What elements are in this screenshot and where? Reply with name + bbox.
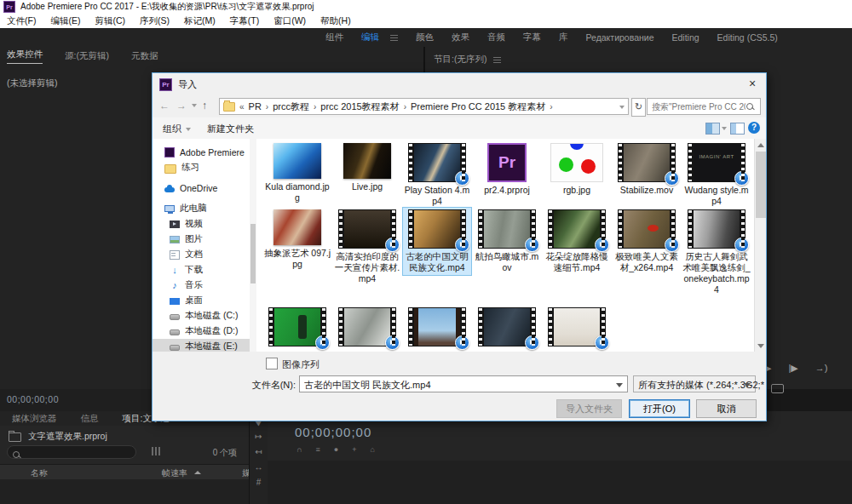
- breadcrumb-segment-2015[interactable]: prcc 2015教程素材: [320, 100, 399, 113]
- video-thumbnail[interactable]: [548, 307, 606, 346]
- breadcrumb-segment-current[interactable]: Premiere Pro CC 2015 教程素材: [411, 100, 545, 113]
- file-list-scrollbar[interactable]: [754, 139, 766, 352]
- video-thumbnail[interactable]: [408, 307, 466, 346]
- image-sequence-checkbox[interactable]: [266, 358, 278, 369]
- project-search-input[interactable]: [7, 445, 136, 459]
- sidebar-scrollbar[interactable]: [250, 139, 256, 352]
- nest-icon[interactable]: +: [352, 445, 356, 454]
- workspace-tab-effects[interactable]: 效果: [452, 32, 469, 43]
- workspace-menu-icon[interactable]: [390, 35, 398, 41]
- menu-edit[interactable]: 编辑(E): [50, 15, 80, 27]
- sidebar-item-videos[interactable]: 视频: [153, 216, 250, 232]
- linked-selection-icon[interactable]: ≡: [315, 445, 320, 454]
- workspace-tab-editing-cs55[interactable]: Editing (CS5.5): [717, 32, 778, 43]
- file-item[interactable]: IMAGIN' ART Wudang style.mp4: [682, 141, 751, 209]
- file-item[interactable]: Pr pr2.4.prproj: [473, 141, 541, 198]
- video-thumbnail[interactable]: [408, 143, 466, 182]
- tab-media-browser[interactable]: 媒体浏览器: [0, 413, 69, 425]
- file-item[interactable]: [263, 306, 331, 348]
- chevron-down-icon[interactable]: [744, 383, 751, 387]
- sidebar-item-desktop[interactable]: 桌面: [153, 293, 250, 308]
- search-input[interactable]: [650, 100, 747, 115]
- menu-file[interactable]: 文件(F): [7, 15, 36, 27]
- sidebar-item-disk-c[interactable]: 本地磁盘 (C:): [153, 308, 250, 324]
- scroll-up-arrow[interactable]: [755, 139, 766, 151]
- ripple-edit-tool-icon[interactable]: ↤: [255, 447, 262, 456]
- menu-title[interactable]: 字幕(T): [230, 15, 259, 27]
- step-forward-button[interactable]: |▶: [788, 363, 797, 374]
- panel-menu-icon[interactable]: [493, 57, 501, 63]
- filetype-combobox[interactable]: 所有支持的媒体 (*.264;*.3G2;*: [633, 375, 756, 392]
- recent-locations-icon[interactable]: [192, 104, 197, 107]
- preview-pane-icon[interactable]: [730, 123, 745, 135]
- image-thumbnail[interactable]: [273, 143, 321, 179]
- video-thumbnail[interactable]: [338, 307, 396, 346]
- scrollbar-thumb[interactable]: [250, 224, 256, 284]
- file-item[interactable]: [543, 306, 611, 348]
- workspace-tab-editing-en[interactable]: Editing: [672, 32, 699, 43]
- file-item[interactable]: 花朵绽放降格慢速细节.mp4: [543, 208, 611, 275]
- sidebar-item-music[interactable]: ♪音乐: [153, 278, 250, 293]
- address-dropdown-icon[interactable]: [619, 106, 625, 109]
- tab-effect-controls[interactable]: 效果控件: [7, 49, 43, 64]
- sidebar-item-pictures[interactable]: 图片: [153, 232, 250, 247]
- view-mode-icon[interactable]: [705, 123, 720, 135]
- chevron-down-icon[interactable]: [616, 383, 623, 387]
- menu-window[interactable]: 窗口(W): [273, 15, 306, 27]
- image-thumbnail[interactable]: [550, 143, 603, 182]
- image-thumbnail[interactable]: [273, 209, 321, 245]
- lift-button[interactable]: [771, 384, 784, 393]
- timeline-settings-icon[interactable]: ⌂: [370, 445, 374, 454]
- timeline-tracks-empty[interactable]: [268, 461, 852, 504]
- sidebar-item-documents[interactable]: 文档: [153, 247, 250, 262]
- workspace-tab-audio[interactable]: 音频: [487, 32, 505, 43]
- sidebar-item-disk-d[interactable]: 本地磁盘 (D:): [153, 324, 250, 339]
- organize-button[interactable]: 组织: [163, 123, 191, 135]
- snap-icon[interactable]: ∩: [296, 445, 302, 454]
- column-name[interactable]: 名称: [31, 467, 48, 479]
- video-thumbnail[interactable]: [338, 209, 396, 249]
- back-button[interactable]: ←: [159, 100, 170, 112]
- file-item[interactable]: [403, 306, 471, 348]
- file-item[interactable]: 航拍鸟瞰城市.mov: [473, 208, 541, 275]
- image-thumbnail[interactable]: [343, 143, 391, 179]
- file-item[interactable]: [473, 306, 541, 348]
- project-file-icon[interactable]: Pr: [487, 143, 527, 182]
- video-thumbnail[interactable]: [618, 209, 676, 249]
- forward-button[interactable]: →: [176, 100, 187, 112]
- workspace-tab-assembly[interactable]: 组件: [325, 32, 343, 43]
- workspace-tab-library[interactable]: 库: [559, 32, 568, 43]
- help-icon[interactable]: ?: [748, 122, 760, 134]
- video-thumbnail[interactable]: [478, 209, 536, 249]
- column-framerate[interactable]: 帧速率: [162, 467, 187, 479]
- file-item[interactable]: [333, 306, 401, 348]
- razor-tool-icon[interactable]: #: [256, 478, 262, 487]
- dialog-close-button[interactable]: ×: [739, 73, 766, 94]
- breadcrumb-segment-pr[interactable]: PR: [249, 101, 262, 112]
- file-item[interactable]: 极致唯美人文素材_x264.mp4: [613, 208, 681, 275]
- workspace-tab-titles[interactable]: 字幕: [523, 32, 541, 43]
- menu-sequence[interactable]: 序列(S): [140, 15, 170, 27]
- scroll-down-arrow[interactable]: [755, 340, 766, 352]
- sidebar-item-onedrive[interactable]: OneDrive: [153, 180, 250, 196]
- view-mode-dropdown-icon[interactable]: [722, 127, 727, 130]
- tab-info[interactable]: 信息: [69, 413, 111, 425]
- file-item[interactable]: Stabilize.mov: [613, 141, 681, 198]
- video-thumbnail[interactable]: [688, 209, 746, 249]
- scrollbar-thumb[interactable]: [756, 152, 766, 218]
- menu-help[interactable]: 帮助(H): [320, 15, 351, 27]
- search-icon[interactable]: [746, 103, 753, 110]
- video-thumbnail[interactable]: [548, 209, 606, 249]
- tab-source-monitor[interactable]: 源:(无剪辑): [65, 50, 109, 62]
- up-button[interactable]: ↑: [202, 100, 207, 112]
- file-item[interactable]: 高清实拍印度的一天宣传片素材.mp4: [333, 208, 401, 286]
- track-select-tool-icon[interactable]: ↦: [255, 432, 262, 441]
- video-thumbnail[interactable]: IMAGIN' ART: [688, 143, 746, 182]
- cancel-button[interactable]: 取消: [696, 399, 757, 418]
- slip-tool-icon[interactable]: ↔: [255, 462, 263, 472]
- file-item[interactable]: 历史古人舞剑武术唯美飘逸练剑_onekeybatch.mp4: [682, 208, 751, 297]
- menu-marker[interactable]: 标记(M): [184, 15, 216, 27]
- sidebar-item-this-pc[interactable]: 此电脑: [153, 201, 250, 216]
- tab-metadata[interactable]: 元数据: [131, 50, 158, 62]
- workspace-tab-redaktirovanie[interactable]: Редактирование: [586, 32, 654, 43]
